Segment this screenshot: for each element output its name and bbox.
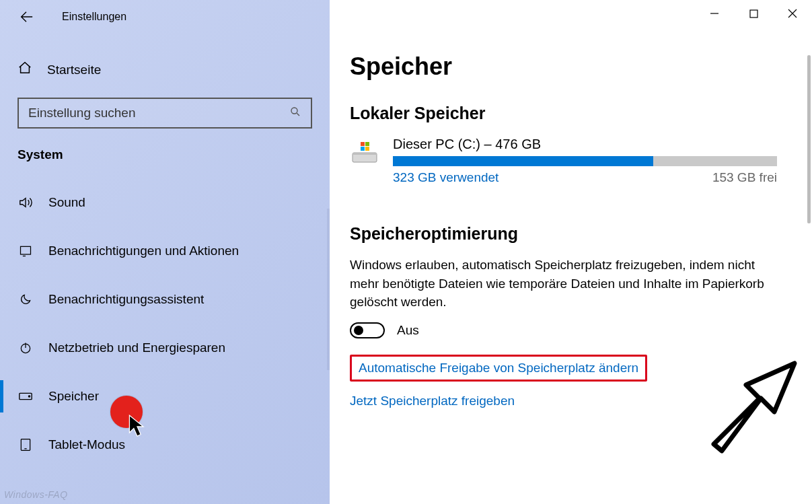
sound-icon <box>17 195 34 210</box>
sidebar-heading: System <box>0 129 330 169</box>
svg-rect-12 <box>365 147 369 151</box>
sidebar-item-label: Benachrichtigungsassistent <box>48 292 204 307</box>
back-arrow-icon <box>19 9 34 24</box>
power-icon <box>17 341 34 355</box>
drive-row[interactable]: Dieser PC (C:) – 476 GB 323 GB verwendet… <box>350 137 777 185</box>
minimize-icon <box>710 9 719 18</box>
svg-rect-9 <box>361 142 365 146</box>
storage-bar-fill <box>393 156 653 166</box>
svg-rect-0 <box>750 10 758 17</box>
home-icon <box>17 61 32 79</box>
drive-icon <box>350 137 379 166</box>
sidebar-item-notifications[interactable]: Benachrichtigungen und Aktionen <box>0 227 330 275</box>
sidebar-item-focus-assist[interactable]: Benachrichtigungsassistent <box>0 275 330 324</box>
storage-sense-description: Windows erlauben, automatisch Speicherpl… <box>350 256 777 312</box>
notifications-icon <box>17 244 34 258</box>
search-icon <box>289 106 301 120</box>
close-button[interactable] <box>773 0 812 27</box>
back-button[interactable] <box>19 9 34 27</box>
svg-point-5 <box>28 396 30 397</box>
sidebar-item-label: Benachrichtigungen und Aktionen <box>48 244 239 258</box>
sidebar-item-tablet[interactable]: Tablet-Modus <box>0 421 330 469</box>
sidebar-home-label: Startseite <box>47 63 101 77</box>
page-title: Speicher <box>350 52 777 81</box>
storage-bar <box>393 156 777 166</box>
main-scrollbar[interactable] <box>807 55 811 223</box>
link-change-auto-free[interactable]: Automatische Freigabe von Speicherplatz … <box>350 355 647 382</box>
search-input[interactable] <box>19 99 311 127</box>
storage-sense-toggle[interactable] <box>350 322 385 338</box>
watermark: Windows-FAQ <box>4 489 68 500</box>
svg-point-1 <box>291 108 297 114</box>
storage-used-label: 323 GB verwendet <box>393 170 499 185</box>
sidebar-item-label: Sound <box>48 195 85 210</box>
close-icon <box>788 9 797 18</box>
drive-title: Dieser PC (C:) – 476 GB <box>393 137 777 152</box>
maximize-icon <box>749 9 758 18</box>
storage-free-label: 153 GB frei <box>712 170 777 185</box>
sidebar-item-home[interactable]: Startseite <box>0 54 330 85</box>
link-free-now[interactable]: Jetzt Speicherplatz freigeben <box>350 394 515 408</box>
moon-icon <box>17 293 34 306</box>
tablet-icon <box>17 438 34 452</box>
storage-icon <box>17 391 34 402</box>
annotation-cursor-icon <box>128 415 147 441</box>
sidebar-item-label: Speicher <box>48 389 99 404</box>
search-box[interactable] <box>17 98 312 129</box>
sidebar-item-sound[interactable]: Sound <box>0 178 330 227</box>
toggle-state-label: Aus <box>397 323 419 338</box>
annotation-arrow-icon <box>707 350 801 460</box>
minimize-button[interactable] <box>695 0 734 27</box>
sidebar-item-power[interactable]: Netzbetrieb und Energiesparen <box>0 324 330 372</box>
svg-rect-10 <box>365 142 369 146</box>
svg-rect-8 <box>353 153 377 155</box>
local-storage-heading: Lokaler Speicher <box>350 104 777 123</box>
maximize-button[interactable] <box>734 0 773 27</box>
sidebar-item-label: Netzbetrieb und Energiesparen <box>48 340 225 355</box>
toggle-knob <box>354 326 363 335</box>
sidebar-item-storage[interactable]: Speicher <box>0 372 330 421</box>
sidebar: Startseite System Sound Benachrichtigung… <box>0 0 330 504</box>
svg-rect-2 <box>21 246 31 254</box>
storage-sense-heading: Speicheroptimierung <box>350 224 777 244</box>
sidebar-item-label: Tablet-Modus <box>48 437 125 452</box>
svg-rect-11 <box>361 147 365 151</box>
